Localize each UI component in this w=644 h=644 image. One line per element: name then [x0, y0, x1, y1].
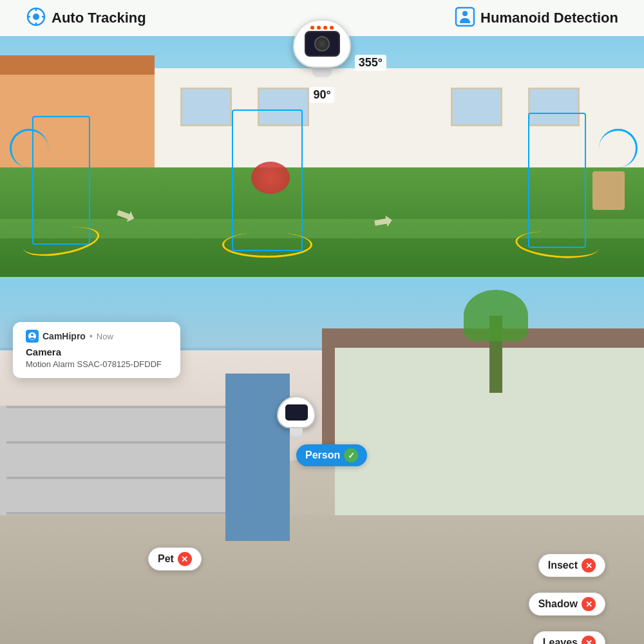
- notification-time: Now: [97, 332, 113, 341]
- bottom-section: CamHipro • Now Camera Motion Alarm SSAC-…: [0, 277, 644, 644]
- garage-panel-1: [6, 406, 238, 408]
- shadow-label: Shadow: [538, 598, 578, 610]
- window-1: [180, 88, 232, 126]
- track-box-person-3: [528, 113, 586, 248]
- humanoid-detection-badge: Humanoid Detection: [455, 6, 618, 30]
- svg-point-7: [462, 11, 468, 16]
- camera-base: [312, 68, 332, 77]
- notification-header: CamHipro • Now: [26, 330, 167, 343]
- notification-title: Camera: [26, 346, 167, 357]
- garage-panel-2: [6, 441, 238, 444]
- notification-separator: •: [90, 331, 93, 341]
- auto-tracking-icon: [26, 6, 46, 30]
- garage-panel-4: [6, 512, 238, 515]
- bottom-camera-lens: [285, 404, 308, 421]
- detection-pet: Pet ✕: [148, 547, 202, 571]
- garage-panel-3: [6, 477, 238, 479]
- rotation-vertical-label: 90°: [309, 87, 334, 103]
- rotation-horizontal-label: 355°: [355, 55, 386, 71]
- person-check-icon: ✓: [344, 448, 358, 462]
- roof: [0, 55, 155, 75]
- bottom-camera: [277, 396, 316, 436]
- svg-point-9: [31, 334, 33, 336]
- app-name: CamHipro: [43, 331, 86, 341]
- person-label: Person: [305, 450, 340, 461]
- window-3: [451, 88, 502, 126]
- bottom-camera-mount: [290, 428, 303, 436]
- humanoid-detection-label: Humanoid Detection: [480, 10, 618, 26]
- camera-lens: [305, 31, 340, 57]
- leaves-x-icon: ✕: [582, 636, 596, 644]
- right-plant: [592, 171, 625, 210]
- corner-arc-tr: [599, 129, 638, 167]
- tree-top: [464, 290, 528, 341]
- pet-x-icon: ✕: [178, 552, 192, 566]
- svg-point-1: [33, 14, 39, 20]
- camera-leds: [310, 26, 334, 30]
- shadow-x-icon: ✕: [582, 597, 596, 611]
- insect-label: Insect: [548, 560, 578, 571]
- auto-tracking-badge: Auto Tracking: [26, 6, 146, 30]
- app-icon: [26, 330, 39, 343]
- humanoid-detection-icon: [455, 6, 475, 30]
- pet-label: Pet: [158, 553, 174, 565]
- track-arc-2: [222, 232, 312, 258]
- notification-body: Motion Alarm SSAC-078125-DFDDF: [26, 359, 167, 369]
- bottom-camera-housing: [277, 396, 316, 428]
- track-box-person-2: [232, 109, 303, 251]
- top-camera: 355° 90°: [293, 19, 351, 77]
- leaves-label: Leaves: [543, 637, 578, 644]
- corner-arc-tl: [10, 129, 48, 167]
- insect-x-icon: ✕: [582, 558, 596, 573]
- auto-tracking-label: Auto Tracking: [52, 10, 146, 26]
- driveway: [0, 515, 644, 644]
- detection-person: Person ✓: [296, 444, 367, 466]
- top-section: Auto Tracking Humanoid Detection: [0, 0, 644, 277]
- detection-insect: Insect ✕: [538, 554, 605, 577]
- camera-housing: [293, 19, 351, 68]
- detection-leaves: Leaves ✕: [533, 631, 605, 644]
- notification-card: CamHipro • Now Camera Motion Alarm SSAC-…: [13, 322, 180, 378]
- detection-shadow: Shadow ✕: [529, 592, 605, 616]
